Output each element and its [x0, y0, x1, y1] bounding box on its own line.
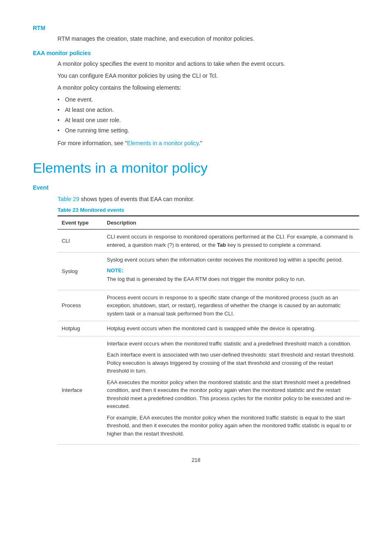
eaa-para3: A monitor policy contains the following … [58, 83, 359, 92]
eaa-para1: A monitor policy specifies the event to … [58, 60, 359, 68]
elements-link[interactable]: Elements in a monitor policy [127, 140, 198, 146]
table-row: Syslog Syslog event occurs when the info… [58, 253, 359, 290]
event-desc-hotplug: Hotplug event occurs when the monitored … [103, 321, 359, 336]
table29-link[interactable]: Table 29 [58, 196, 79, 202]
event-type-interface: Interface [58, 336, 103, 445]
event-type-syslog: Syslog [58, 253, 103, 290]
event-type-hotplug: Hotplug [58, 321, 103, 336]
event-type-cli: CLI [58, 229, 103, 253]
note-label: NOTE: [107, 267, 123, 273]
table-header-type: Event type [58, 216, 103, 229]
eaa-bullet-list: One event. At least one action. At least… [58, 95, 359, 135]
table-title: Table 23 Monitored events [58, 207, 359, 213]
event-section: Event Table 29 shows types of events tha… [33, 184, 359, 445]
rtm-body: RTM manages the creation, state machine,… [58, 35, 359, 43]
elements-section-title: Elements in a monitor policy [33, 160, 359, 176]
rtm-section: RTM RTM manages the creation, state mach… [33, 25, 359, 43]
list-item: At least one user role. [58, 116, 359, 125]
list-item: One event. [58, 95, 359, 104]
table-row: CLI CLI event occurs in response to moni… [58, 229, 359, 253]
table-row: Process Process event occurs in response… [58, 290, 359, 321]
event-desc-syslog: Syslog event occurs when the information… [103, 253, 359, 290]
rtm-heading: RTM [33, 25, 359, 31]
event-desc-interface: Interface event occurs when the monitore… [103, 336, 359, 445]
list-item: One running time setting. [58, 126, 359, 135]
monitored-events-table: Event type Description CLI CLI event occ… [58, 216, 359, 445]
table-header-desc: Description [103, 216, 359, 229]
table-row: Interface Interface event occurs when th… [58, 336, 359, 445]
list-item: At least one action. [58, 106, 359, 114]
event-content: Table 29 shows types of events that EAA … [58, 195, 359, 445]
event-desc-process: Process event occurs in response to a sp… [103, 290, 359, 321]
page-number: 218 [33, 457, 359, 463]
eaa-section: EAA monitor policies A monitor policy sp… [33, 50, 359, 148]
event-desc-cli: CLI event occurs in response to monitore… [103, 229, 359, 253]
eaa-para2: You can configure EAA monitor policies b… [58, 72, 359, 80]
event-type-process: Process [58, 290, 103, 321]
table-row: Hotplug Hotplug event occurs when the mo… [58, 321, 359, 336]
event-para1: Table 29 shows types of events that EAA … [58, 195, 359, 204]
eaa-heading: EAA monitor policies [33, 50, 359, 56]
event-heading: Event [33, 184, 359, 191]
eaa-para4: For more information, see "Elements in a… [58, 139, 359, 148]
